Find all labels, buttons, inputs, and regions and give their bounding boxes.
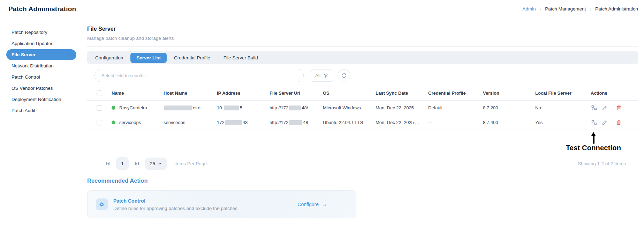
test-connection-icon[interactable] (591, 119, 597, 126)
row-checkbox[interactable] (97, 120, 102, 125)
file-server-table: Name Host Name IP Address File Server Ur… (87, 86, 638, 130)
refresh-button[interactable] (338, 69, 350, 82)
file-server-url-value: http://17248 (270, 120, 323, 125)
column-host-name: Host Name (164, 90, 217, 96)
redacted-text (224, 106, 239, 110)
status-online-dot (112, 106, 115, 110)
column-ip-address: IP Address (217, 90, 270, 96)
tab-server-list[interactable]: Server List (130, 53, 167, 63)
tab-file-server-build[interactable]: File Server Build (218, 53, 264, 63)
tab-configuration[interactable]: Configuration (89, 53, 129, 63)
delete-icon[interactable] (616, 119, 622, 125)
items-per-page-label: Items Per Page (174, 161, 207, 166)
recommended-action-card: Patch Control Define rules for approving… (87, 190, 356, 218)
delete-icon[interactable] (616, 105, 622, 111)
tab-credential-profile[interactable]: Credential Profile (168, 53, 216, 63)
column-file-server-url: File Server Url (270, 90, 323, 96)
page-number[interactable]: 1 (116, 157, 129, 170)
breadcrumb-admin[interactable]: Admin (522, 6, 536, 12)
breadcrumb: Admin › Patch Management › Patch Adminis… (522, 6, 638, 12)
server-name: RosyCordeiro (119, 105, 147, 110)
test-connection-icon[interactable] (591, 104, 597, 111)
sidebar-item-deployment-notification[interactable]: Deployment Notification (0, 94, 81, 105)
sidebar-item-os-vendor-patches[interactable]: OS Vendor Patches (0, 83, 81, 94)
column-version: Version (483, 90, 535, 96)
recommended-card-description: Define rules for approving patches and e… (113, 206, 237, 211)
filter-label: All (315, 73, 320, 78)
redacted-text (225, 120, 242, 125)
sidebar-item-application-updates[interactable]: Application Updates (0, 38, 81, 49)
breadcrumb-patch-administration: Patch Administration (595, 6, 638, 12)
table-row: RosyCordeiro eiro 10.5 http://17248/ Mic… (87, 101, 638, 115)
column-actions: Actions (591, 90, 638, 96)
chevron-down-icon (158, 162, 162, 166)
configure-link[interactable]: Configure → (297, 201, 327, 208)
last-page-icon[interactable] (134, 161, 139, 166)
sidebar-item-patch-audit[interactable]: Patch Audit (0, 105, 81, 116)
redacted-text (289, 120, 302, 125)
local-file-server-value: No (535, 105, 591, 110)
chevron-right-icon: › (590, 6, 591, 12)
top-header: Patch Administration Admin › Patch Manag… (0, 0, 644, 18)
credential-profile-value: Default (428, 105, 483, 110)
version-value: 8.7.200 (483, 105, 535, 110)
column-credential-profile: Credential Profile (428, 90, 483, 96)
items-per-page-select[interactable]: 25 (145, 158, 167, 170)
pagination-bar: 1 25 Items Per Page Showing 1-2 of 2 Ite… (87, 157, 638, 170)
page-subtitle: Manage patch cleanup and storage alerts (87, 36, 638, 41)
row-checkbox[interactable] (97, 105, 102, 111)
edit-icon[interactable] (602, 119, 608, 125)
showing-items-text: Showing 1-2 of 2 Items (578, 161, 638, 166)
table-header-row: Name Host Name IP Address File Server Ur… (87, 86, 638, 101)
host-name-value: serviceops (164, 120, 217, 125)
table-row: serviceops serviceops 17248 http://17248… (87, 115, 638, 130)
row-actions (591, 119, 638, 126)
sidebar: Patch Repository Application Updates Fil… (0, 18, 81, 247)
breadcrumb-patch-management[interactable]: Patch Management (545, 6, 586, 12)
column-os: OS (323, 90, 376, 96)
first-page-icon[interactable] (105, 161, 111, 166)
annotation-up-arrow (591, 132, 596, 144)
edit-icon[interactable] (602, 105, 608, 111)
main-content: File Server Manage patch cleanup and sto… (81, 18, 644, 247)
annotation-label: Test Connection (555, 144, 632, 152)
sidebar-item-file-server[interactable]: File Server (6, 49, 76, 60)
gear-icon (96, 198, 108, 210)
sidebar-item-network-distribution[interactable]: Network Distribution (0, 60, 81, 71)
select-all-checkbox[interactable] (97, 90, 102, 96)
refresh-icon (341, 73, 347, 79)
host-name-value: eiro (164, 105, 217, 111)
sidebar-item-patch-control[interactable]: Patch Control (0, 72, 81, 82)
ip-address-value: 10.5 (217, 105, 270, 111)
column-name: Name (112, 90, 164, 96)
file-server-url-value: http://17248/ (270, 105, 323, 111)
app-title: Patch Administration (8, 5, 76, 13)
last-sync-date-value: Mon, Dec 22, 2025 ... (376, 120, 428, 125)
status-online-dot (112, 121, 115, 124)
recommended-action-heading: Recommended Action (87, 177, 638, 184)
local-file-server-value: Yes (535, 120, 591, 125)
column-local-file-server: Local File Server (535, 90, 591, 96)
column-last-sync-date: Last Sync Date (376, 90, 428, 96)
tab-bar: Configuration Server List Credential Pro… (87, 51, 638, 64)
os-value: Ubuntu 22.04.1 LTS (323, 120, 376, 125)
chevron-right-icon: › (540, 6, 541, 12)
table-toolbar: All (94, 69, 638, 82)
filter-button[interactable]: All (310, 70, 333, 82)
last-sync-date-value: Mon, Dec 22, 2025 ... (376, 105, 428, 110)
search-input[interactable] (94, 69, 304, 82)
sidebar-item-patch-repository[interactable]: Patch Repository (0, 27, 81, 38)
divider (87, 46, 638, 47)
funnel-icon (324, 73, 328, 78)
server-name: serviceops (119, 120, 141, 125)
credential-profile-value: --- (428, 120, 483, 125)
redacted-text (164, 106, 192, 110)
ip-address-value: 17248 (217, 120, 270, 125)
os-value: Microsoft Windows... (323, 105, 376, 110)
version-value: 8.7.400 (483, 120, 535, 125)
row-actions (591, 104, 638, 111)
arrow-right-icon: → (322, 201, 327, 208)
recommended-card-title[interactable]: Patch Control (113, 198, 237, 204)
redacted-text (289, 106, 301, 110)
page-title: File Server (87, 26, 638, 32)
